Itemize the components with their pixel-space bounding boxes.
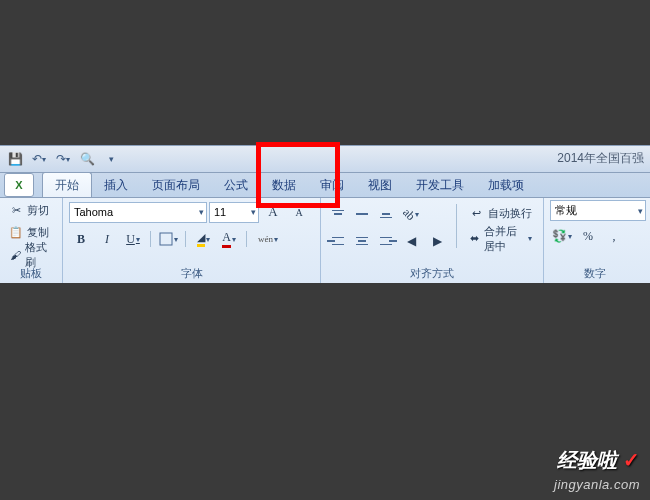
qat-customize[interactable]: ▾ bbox=[100, 148, 122, 170]
scissors-icon: ✂ bbox=[8, 203, 24, 219]
check-icon: ✓ bbox=[623, 449, 640, 471]
ribbon: ✂ 剪切 📋 复制 🖌 格式刷 贴板 Tahoma 11 A bbox=[0, 197, 650, 283]
merge-center-button[interactable]: ⬌ 合并后居中 bbox=[464, 227, 537, 250]
align-left-button[interactable] bbox=[327, 230, 349, 252]
phonetic-button[interactable]: wén bbox=[252, 227, 284, 251]
bold-button[interactable]: B bbox=[69, 227, 93, 251]
border-button[interactable] bbox=[156, 227, 180, 251]
align-top-button[interactable] bbox=[327, 203, 349, 225]
font-group-label: 字体 bbox=[69, 265, 314, 283]
tab-addins[interactable]: 加载项 bbox=[476, 173, 536, 197]
align-middle-button[interactable] bbox=[351, 203, 373, 225]
tab-data[interactable]: 数据 bbox=[260, 173, 308, 197]
alignment-group-label: 对齐方式 bbox=[327, 265, 537, 283]
orientation-button[interactable]: ab bbox=[399, 202, 423, 226]
align-bottom-button[interactable] bbox=[375, 203, 397, 225]
tab-view[interactable]: 视图 bbox=[356, 173, 404, 197]
copy-icon: 📋 bbox=[8, 225, 24, 241]
indent-icon: ▶ bbox=[433, 234, 442, 249]
font-group: Tahoma 11 A A B I U ◢ bbox=[63, 198, 321, 283]
clipboard-label: 贴板 bbox=[6, 265, 56, 283]
tab-review[interactable]: 审阅 bbox=[308, 173, 356, 197]
tab-developer[interactable]: 开发工具 bbox=[404, 173, 476, 197]
decrease-font-button[interactable]: A bbox=[287, 200, 311, 224]
italic-button[interactable]: I bbox=[95, 227, 119, 251]
watermark-logo: 经验啦 ✓ bbox=[557, 447, 640, 474]
tab-home[interactable]: 开始 bbox=[42, 172, 92, 197]
svg-rect-0 bbox=[160, 233, 172, 245]
merge-icon: ⬌ bbox=[469, 231, 481, 247]
brush-icon: 🖌 bbox=[8, 247, 22, 263]
redo-button[interactable]: ↷▾ bbox=[52, 148, 74, 170]
font-name-select[interactable]: Tahoma bbox=[69, 202, 207, 223]
tab-insert[interactable]: 插入 bbox=[92, 173, 140, 197]
watermark-url: jingyanla.com bbox=[554, 477, 640, 492]
underline-button[interactable]: U bbox=[121, 227, 145, 251]
align-right-button[interactable] bbox=[375, 230, 397, 252]
font-color-button[interactable]: A bbox=[217, 227, 241, 251]
cut-button[interactable]: ✂ 剪切 bbox=[6, 200, 56, 221]
dedent-icon: ◀ bbox=[407, 234, 416, 249]
fill-color-button[interactable]: ◢ bbox=[191, 227, 215, 251]
font-color-icon: A bbox=[222, 230, 231, 248]
increase-font-button[interactable]: A bbox=[261, 200, 285, 224]
font-size-select[interactable]: 11 bbox=[209, 202, 259, 223]
currency-icon: 💱 bbox=[552, 229, 567, 244]
wrap-icon: ↩ bbox=[469, 206, 485, 222]
clipboard-group: ✂ 剪切 📋 复制 🖌 格式刷 贴板 bbox=[0, 198, 63, 283]
comma-icon: , bbox=[613, 229, 616, 244]
number-format-select[interactable]: 常规 bbox=[550, 200, 646, 221]
number-group: 常规 💱 % , 数字 bbox=[544, 198, 646, 283]
format-painter-button[interactable]: 🖌 格式刷 bbox=[6, 244, 56, 265]
save-button[interactable]: 💾 bbox=[4, 148, 26, 170]
percent-button[interactable]: % bbox=[576, 224, 600, 248]
number-group-label: 数字 bbox=[550, 265, 640, 283]
tab-formula[interactable]: 公式 bbox=[212, 173, 260, 197]
undo-button[interactable]: ↶▾ bbox=[28, 148, 50, 170]
quick-access-toolbar: 💾 ↶▾ ↷▾ 🔍 ▾ 2014年全国百强 bbox=[0, 146, 650, 173]
alignment-group: ab ◀ ▶ ↩ 自动换行 bbox=[321, 198, 544, 283]
accounting-format-button[interactable]: 💱 bbox=[550, 224, 574, 248]
comma-button[interactable]: , bbox=[602, 224, 626, 248]
preview-button[interactable]: 🔍 bbox=[76, 148, 98, 170]
document-title: 2014年全国百强 bbox=[557, 150, 644, 167]
orientation-icon: ab bbox=[399, 205, 418, 224]
ribbon-tabs: X 开始 插入 页面布局 公式 数据 审阅 视图 开发工具 加载项 bbox=[0, 173, 650, 197]
bucket-icon: ◢ bbox=[197, 231, 205, 247]
increase-indent-button[interactable]: ▶ bbox=[425, 229, 449, 253]
tab-page-layout[interactable]: 页面布局 bbox=[140, 173, 212, 197]
align-center-button[interactable] bbox=[351, 230, 373, 252]
wrap-text-button[interactable]: ↩ 自动换行 bbox=[464, 202, 537, 225]
border-icon bbox=[159, 232, 173, 246]
office-button[interactable]: X bbox=[4, 173, 34, 197]
decrease-indent-button[interactable]: ◀ bbox=[399, 229, 423, 253]
excel-window: 💾 ↶▾ ↷▾ 🔍 ▾ 2014年全国百强 X 开始 插入 页面布局 公式 数据… bbox=[0, 145, 650, 283]
